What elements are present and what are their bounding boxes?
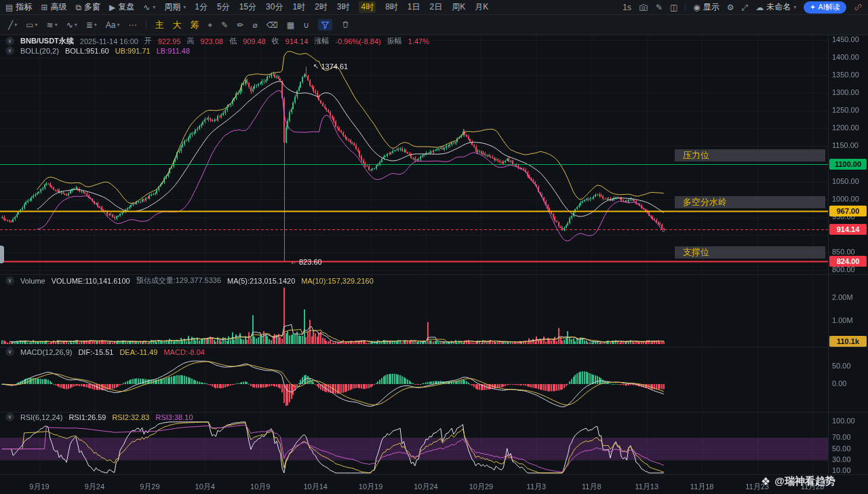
collapse-icon[interactable]: ∨ — [5, 276, 14, 285]
collapse-icon[interactable]: ∨ — [5, 37, 14, 45]
timeframe-15分[interactable]: 15分 — [239, 1, 256, 13]
advanced-button[interactable]: ⊞ 高级 — [41, 1, 66, 13]
caret-down-icon: ▾ — [94, 22, 97, 28]
grid-icon[interactable]: ▦ — [287, 21, 294, 29]
quick-large-button[interactable]: 大 — [173, 19, 182, 31]
pattern-dropdown[interactable]: ∿ ▾ — [143, 3, 155, 12]
caret-down-icon: ▾ — [183, 5, 186, 10]
axis-tick: 2.00M — [832, 293, 853, 301]
macd-dea: DEA:-11.49 — [119, 348, 157, 356]
interval-1s-button[interactable]: 1s — [623, 3, 631, 12]
support-level-label[interactable]: 支撑位 — [675, 246, 825, 259]
cloud-icon: ☁ — [755, 3, 764, 12]
axis-tick: 850.00 — [832, 248, 855, 256]
volume-name: Volume — [20, 277, 45, 285]
arrow-left-icon: ← — [290, 259, 297, 265]
advanced-label: 高级 — [50, 1, 66, 13]
timeframe-3时[interactable]: 3时 — [337, 1, 350, 13]
boll-legend: ∨ BOLL(20,2) BOLL:951.60 UB:991.71 LB:91… — [5, 46, 190, 55]
replay-button[interactable]: ▶ 复盘 — [109, 1, 134, 13]
pencil-icon[interactable]: ✎ — [656, 3, 663, 12]
low-label: 低 — [229, 36, 237, 46]
line-tool[interactable]: ╱▾ — [8, 21, 17, 29]
period-dropdown[interactable]: 周期 ▾ — [164, 1, 186, 13]
boll-upper-value: UB:991.71 — [115, 47, 151, 55]
rsi-name: RSI(6,12,24) — [20, 413, 62, 421]
channel-tool[interactable]: ≋▾ — [47, 21, 58, 29]
line-tool-icon: ╱ — [8, 21, 13, 29]
filter-tool[interactable] — [318, 19, 332, 31]
crosshair-icon[interactable]: ⌖ — [208, 21, 213, 29]
display-toggle[interactable]: ◉ 显示 — [693, 1, 719, 13]
collapse-icon[interactable]: ∨ — [5, 413, 14, 421]
low-annotation-value: 823.60 — [299, 258, 322, 266]
resistance-level-label[interactable]: 压力位 — [675, 149, 825, 162]
sparkle-icon: ✦ — [810, 4, 815, 11]
timeframe-8时[interactable]: 8时 — [385, 1, 398, 13]
multiwindow-button[interactable]: ⧉ 多窗 — [75, 1, 100, 13]
open-value: 922.95 — [158, 37, 181, 45]
timeframe-30分[interactable]: 30分 — [266, 1, 283, 13]
timeframe-1日[interactable]: 1日 — [408, 1, 420, 13]
indicator-icon: ▤ — [5, 3, 13, 12]
trash-button[interactable] — [341, 20, 350, 29]
amplitude-label: 振幅 — [387, 36, 402, 46]
channel-tool-icon: ≋ — [47, 21, 54, 29]
marker-icon[interactable]: ✏ — [237, 21, 243, 29]
eraser-icon[interactable]: ⌫ — [267, 21, 278, 29]
timeframe-list: 1分5分15分30分1时2时3时4时8时1日2日周K月K — [195, 1, 488, 13]
axis-tick: 70.00 — [832, 433, 851, 441]
ai-analysis-button[interactable]: ✦ AI解读 — [804, 1, 846, 14]
more-icon[interactable]: ⋯ — [129, 21, 137, 29]
layout-name-dropdown[interactable]: ☁ 未命名 ▾ — [755, 1, 796, 13]
datetime-label: 2025-11-14 16:00 — [80, 37, 138, 45]
time-axis-label: 11月8 — [571, 482, 612, 492]
axis-tick: 1350.00 — [832, 71, 859, 79]
left-panel-handle[interactable] — [0, 246, 4, 263]
text-tool[interactable]: Aa▾ — [106, 21, 120, 29]
boll-lower-value: LB:911.48 — [157, 47, 190, 55]
camera-icon[interactable] — [639, 3, 648, 12]
pivot-level-label[interactable]: 多空分水岭 — [675, 196, 825, 208]
timeframe-5分[interactable]: 5分 — [217, 1, 230, 13]
macd-value: MACD:-8.04 — [163, 348, 205, 356]
pencil-icon[interactable]: ✎ — [221, 21, 228, 29]
time-axis-label: 9月29 — [130, 482, 170, 492]
main-legend: ∨ BNB/USDT永续 2025-11-14 16:00 开 922.95 高… — [5, 36, 429, 46]
timeframe-2日[interactable]: 2日 — [430, 1, 443, 13]
rsi-legend: ∨ RSI(6,12,24) RSI1:26.59 RSI2:32.83 RSI… — [5, 413, 193, 421]
caret-down-icon: ▾ — [153, 5, 155, 10]
measure-icon[interactable]: ⌀ — [252, 21, 257, 29]
fullscreen-icon[interactable]: ⤢ — [742, 3, 749, 12]
indicators-button[interactable]: ▤ 指标 — [5, 1, 32, 13]
close-label: 收 — [272, 36, 279, 46]
volume-estimate: 预估成交量:129,377.5336 — [136, 276, 221, 286]
timeframe-1时[interactable]: 1时 — [292, 1, 305, 13]
timeframe-1分[interactable]: 1分 — [195, 1, 208, 13]
rect-tool[interactable]: ▭▾ — [26, 21, 37, 29]
collapse-icon[interactable]: ∨ — [5, 347, 14, 356]
gear-icon[interactable]: ⚙ — [727, 3, 734, 12]
magnet-icon[interactable]: ∪ — [303, 21, 309, 29]
time-axis-label: 11月3 — [516, 482, 557, 492]
quick-main-button[interactable]: 主 — [155, 19, 164, 31]
axis-tick: 50.00 — [832, 362, 851, 370]
pattern-tool[interactable]: ∿▾ — [66, 21, 77, 29]
price-badge: 1100.00 — [829, 159, 867, 170]
time-axis-label: 10月4 — [184, 482, 225, 492]
time-axis-label: 11月13 — [627, 482, 667, 492]
axis-tick: 30.00 — [832, 455, 851, 463]
timeframe-周K[interactable]: 周K — [452, 1, 465, 13]
timeframe-2时[interactable]: 2时 — [315, 1, 328, 13]
high-annotation-value: 1374.61 — [321, 62, 348, 71]
axis-tick: 1000.00 — [832, 195, 859, 203]
quick-chips-button[interactable]: 筹 — [191, 19, 199, 31]
columns-icon[interactable]: ◫ — [670, 3, 677, 12]
timeframe-月K[interactable]: 月K — [475, 1, 488, 13]
link-icon[interactable] — [854, 3, 863, 12]
fib-tool[interactable]: ≣▾ — [86, 21, 97, 29]
drawing-toolbar: ╱▾ ▭▾ ≋▾ ∿▾ ≣▾ Aa▾ ⋯ 主 大 筹 ⌖ ✎ ✏ ⌀ ⌫ ▦ ∪ — [0, 15, 868, 35]
timeframe-4时[interactable]: 4时 — [359, 1, 376, 13]
collapse-icon[interactable]: ∨ — [5, 46, 14, 55]
axis-tick: 50.00 — [832, 444, 851, 453]
